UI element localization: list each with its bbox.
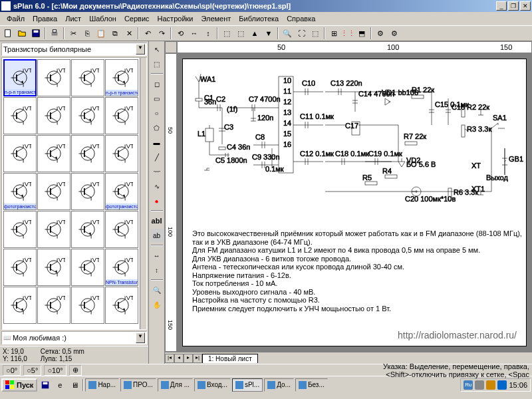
- category-combo[interactable]: Транзисторы биполярные ▼: [1, 43, 147, 56]
- palette-item[interactable]: VT?: [71, 173, 104, 210]
- menu-element[interactable]: Элемент: [197, 13, 235, 24]
- measure-tool[interactable]: ↕: [150, 263, 164, 277]
- menu-help[interactable]: Справка: [283, 13, 319, 24]
- delete-icon[interactable]: ✕: [122, 27, 136, 40]
- poly-tool[interactable]: ⬠: [150, 121, 164, 134]
- quicklaunch-desktop-icon[interactable]: 🖥: [68, 378, 81, 392]
- palette-item[interactable]: VT?: [71, 211, 104, 248]
- tab-prev-icon[interactable]: ◂: [174, 354, 184, 363]
- palette-item[interactable]: VT?: [37, 59, 70, 96]
- palette-item[interactable]: VT?: [3, 249, 37, 286]
- palette-item[interactable]: VT?: [37, 135, 70, 172]
- back-icon[interactable]: ▼: [262, 27, 275, 40]
- component-icon[interactable]: ⬒: [355, 27, 368, 40]
- open-icon[interactable]: [15, 27, 29, 40]
- print-icon[interactable]: [48, 27, 61, 40]
- ungroup-icon[interactable]: ⬚: [234, 27, 247, 40]
- snap-icon[interactable]: ⊕: [69, 365, 82, 376]
- cut-icon[interactable]: ✂: [66, 27, 80, 40]
- angle-10[interactable]: ○ 10°: [44, 365, 66, 376]
- menu-library[interactable]: Библиотека: [235, 13, 283, 24]
- zoom-sel-icon[interactable]: ⬚: [309, 27, 322, 40]
- tray-icon[interactable]: [486, 380, 495, 390]
- angle-0[interactable]: ○ 0°: [3, 365, 21, 376]
- shape-tool[interactable]: ◻: [150, 77, 164, 90]
- undo-icon[interactable]: ↶: [141, 27, 154, 40]
- palette-item[interactable]: VT?: [37, 97, 70, 134]
- palette-scrollbar[interactable]: [140, 58, 146, 329]
- taskbar-item[interactable]: sPl...: [232, 378, 263, 392]
- palette-item[interactable]: VT?: [71, 135, 104, 172]
- palette-item[interactable]: VT?: [105, 287, 138, 324]
- tray-icon[interactable]: [497, 380, 507, 390]
- taskbar-item[interactable]: Вход...: [194, 378, 231, 392]
- palette-item[interactable]: VT?: [71, 97, 104, 134]
- flip-v-icon[interactable]: ↕: [201, 27, 215, 40]
- menu-service[interactable]: Сервис: [120, 13, 154, 24]
- palette-item[interactable]: VT?: [105, 135, 138, 172]
- taskbar-item[interactable]: До...: [264, 378, 294, 392]
- freehand-tool[interactable]: ∿: [150, 180, 164, 193]
- node-tool[interactable]: ●: [150, 194, 164, 207]
- palette-item[interactable]: VT?фототранзистор: [3, 173, 37, 210]
- palette-item[interactable]: VT?n-p-n транзистор: [105, 59, 138, 96]
- flip-h-icon[interactable]: ↔: [188, 27, 201, 40]
- label-tool[interactable]: ab: [150, 229, 164, 242]
- quicklaunch-save-icon[interactable]: [39, 378, 52, 392]
- menu-edit[interactable]: Правка: [29, 13, 61, 24]
- new-icon[interactable]: [1, 27, 15, 40]
- zoom-tool[interactable]: 🔍: [150, 283, 164, 297]
- paste-icon[interactable]: 📋: [94, 27, 108, 40]
- palette-item[interactable]: VT?: [37, 287, 70, 324]
- zoom-fit-icon[interactable]: ⛶: [295, 27, 308, 40]
- palette-item[interactable]: VT?: [105, 97, 138, 134]
- sheet-tab[interactable]: 1: Новый лист: [202, 354, 258, 363]
- tray-lang-icon[interactable]: Ru: [464, 380, 473, 390]
- menu-settings[interactable]: Настройки: [154, 13, 198, 24]
- palette-item[interactable]: VT?: [37, 211, 70, 248]
- misc-icon[interactable]: ⚙: [374, 27, 387, 40]
- angle-5[interactable]: ○ 5°: [23, 365, 41, 376]
- tab-last-icon[interactable]: ▸|: [193, 354, 202, 363]
- maximize-button[interactable]: ❐: [508, 1, 519, 11]
- rect-select-tool[interactable]: ⬚: [150, 57, 164, 70]
- palette-item[interactable]: VT?фототранзистор: [105, 173, 138, 210]
- chevron-down-icon[interactable]: ▼: [136, 332, 145, 343]
- quicklaunch-ie-icon[interactable]: e: [53, 378, 66, 392]
- drawing-canvas[interactable]: WA1 C136n L1 C2 C3 C4 36n C5 1800n (1f) …: [177, 53, 532, 352]
- menu-template[interactable]: Шаблон: [85, 13, 120, 24]
- palette-item[interactable]: VT?: [71, 59, 104, 96]
- palette-item[interactable]: VT?: [37, 173, 70, 210]
- zoom-icon[interactable]: 🔍: [281, 27, 294, 40]
- tab-first-icon[interactable]: |◂: [165, 354, 174, 363]
- misc2-icon[interactable]: ⚙: [388, 27, 401, 40]
- palette-item[interactable]: VT?NPN-Transistor: [105, 249, 138, 286]
- palette-item[interactable]: VT?: [37, 249, 70, 286]
- menu-file[interactable]: Файл: [3, 13, 29, 24]
- line-tool[interactable]: ╱: [150, 150, 164, 164]
- fill-tool[interactable]: ▬: [150, 136, 164, 149]
- duplicate-icon[interactable]: ⧉: [108, 27, 122, 40]
- palette-item[interactable]: VT?: [3, 135, 37, 172]
- minimize-button[interactable]: _: [496, 1, 507, 11]
- palette-item[interactable]: VT?: [3, 211, 37, 248]
- favorites-combo[interactable]: 📖 Моя любимая :) ▼: [1, 331, 147, 344]
- palette-item[interactable]: VT?: [105, 211, 138, 248]
- rect-tool[interactable]: ▭: [150, 92, 164, 105]
- menu-sheet[interactable]: Лист: [61, 13, 85, 24]
- redo-icon[interactable]: ↷: [155, 27, 168, 40]
- palette-item[interactable]: VT?: [71, 287, 104, 324]
- taskbar-item[interactable]: Для ...: [158, 378, 193, 392]
- dots-icon[interactable]: ⋮⋮: [341, 27, 354, 40]
- palette-item[interactable]: VT?: [3, 287, 37, 324]
- text-tool[interactable]: abI: [150, 214, 164, 227]
- close-button[interactable]: ✕: [520, 1, 531, 11]
- dimension-tool[interactable]: ↔: [150, 249, 164, 262]
- copy-icon[interactable]: ⎘: [80, 27, 94, 40]
- pan-tool[interactable]: ✋: [150, 298, 164, 311]
- start-button[interactable]: Пуск: [1, 378, 37, 392]
- curve-tool[interactable]: 〰: [150, 165, 164, 178]
- tray-icon[interactable]: [475, 380, 484, 390]
- circle-tool[interactable]: ○: [150, 106, 164, 120]
- pointer-tool[interactable]: ↖: [150, 43, 164, 56]
